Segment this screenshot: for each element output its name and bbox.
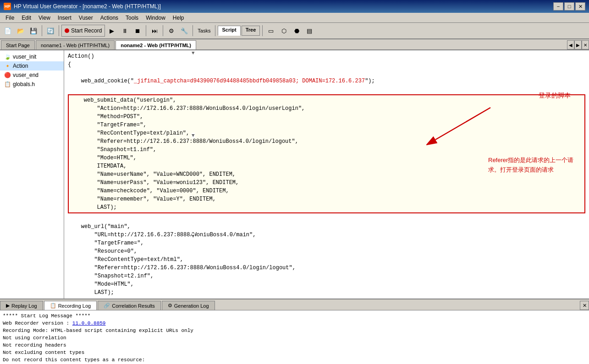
open-icon: 📂 (17, 27, 24, 34)
compile-icon: ⚙ (168, 27, 175, 34)
collapse-arrow-3[interactable]: ▼ (192, 234, 195, 239)
tab-prev-button[interactable]: ◀ (567, 40, 574, 49)
close-button[interactable]: ✕ (575, 2, 585, 11)
code-submit-3: "Method=POST", (71, 113, 583, 121)
sidebar-item-vuser-end[interactable]: 🔴 vuser_end (0, 71, 64, 80)
compile-button[interactable]: ⚙ (165, 25, 177, 37)
log-tab-generation[interactable]: ⚙ Generation Log (162, 301, 215, 310)
script-editor[interactable]: ▼ ▼ ▼ Action() { web_add_cookie("_jifina… (64, 50, 589, 299)
tab-nav: ◀ ▶ ✕ (567, 40, 589, 49)
layout-btn4[interactable]: ▤ (303, 25, 315, 37)
menu-insert[interactable]: Insert (54, 13, 75, 22)
menu-actions[interactable]: Actions (97, 13, 122, 22)
log-close-button[interactable]: ✕ (580, 301, 589, 310)
tab-noname1[interactable]: noname1 - Web (HTTP/HTML) (36, 40, 115, 49)
open-button[interactable]: 📂 (15, 25, 27, 37)
maximize-button[interactable]: □ (564, 2, 574, 11)
step-button[interactable]: ⏭ (149, 25, 160, 37)
sep7 (262, 25, 263, 36)
log-version-link[interactable]: 11.0.0.8859 (72, 321, 106, 326)
log-line-3: Recording Mode: HTML-based script contai… (3, 327, 586, 334)
code-submit-13: "Name=remember", "Value=Y", ENDITEM, (71, 195, 583, 203)
code-url-7: "Snapshot=t2.inf", (68, 272, 585, 280)
stop-button[interactable]: ⏹ (132, 25, 143, 37)
code-submit-6: "Referer=http://172.16.6.237:8888/WoniuB… (71, 137, 583, 146)
code-submit-12: "Name=checkcode", "Value=0000", ENDITEM, (71, 187, 583, 195)
app-icon: HP (4, 3, 11, 10)
log-tab-correlation-label: Correlation Results (112, 303, 155, 309)
code-url-3: "TargetFrame=", (68, 239, 585, 247)
sidebar-label-action: Action (13, 63, 28, 69)
annotation-arrow (426, 98, 500, 153)
menu-tools[interactable]: Tools (122, 13, 142, 22)
sep6 (215, 25, 215, 36)
new-button[interactable]: 📄 (2, 25, 14, 37)
step-icon: ⏭ (151, 27, 158, 34)
log-tab-bar: ▶ Replay Log 📋 Recording Log 🔗 Correlati… (0, 299, 589, 310)
play-button[interactable]: ▶ (106, 25, 118, 37)
log-tab-correlation[interactable]: 🔗 Correlation Results (98, 301, 161, 310)
start-record-label: Start Record (71, 27, 102, 34)
tab-noname2[interactable]: noname2 - Web (HTTP/HTML) (116, 40, 196, 49)
window-title: HP Virtual User Generator - [noname2 - W… (14, 3, 161, 10)
tasks-label: Tasks (198, 28, 210, 33)
log-tab-recording-icon: 📋 (50, 303, 56, 309)
log-tab-replay-icon: ▶ (6, 303, 10, 309)
code-line-5 (68, 85, 585, 93)
code-submit-7: "Snapshot=t1.inf", (71, 146, 583, 154)
save-button[interactable]: 💾 (28, 25, 39, 37)
sep4 (163, 25, 163, 36)
start-record-button[interactable]: Start Record (61, 25, 105, 37)
menu-help[interactable]: Help (169, 13, 188, 22)
play-icon: ▶ (108, 27, 116, 34)
menu-edit[interactable]: Edit (18, 13, 35, 22)
menu-view[interactable]: View (35, 13, 54, 22)
action-icon: 🔸 (4, 62, 11, 70)
sep1 (42, 25, 42, 36)
layout-icon2: ⬡ (280, 27, 287, 34)
editor-tab-bar: Start Page noname1 - Web (HTTP/HTML) non… (0, 39, 589, 50)
script-mode-button[interactable]: Script (218, 26, 240, 36)
tasks-button[interactable]: Tasks (195, 25, 213, 37)
sidebar-label-vuser-init: vuser_init (13, 54, 36, 60)
log-tab-correlation-icon: 🔗 (104, 303, 110, 309)
code-submit-4: "TargetFrame=", (71, 121, 583, 129)
menu-window[interactable]: Window (142, 13, 169, 22)
run-settings-icon: 🔧 (181, 27, 188, 34)
tree-mode-button[interactable]: Tree (242, 26, 260, 36)
log-line-2: Web Recorder version : 11.0.0.8859 (3, 320, 586, 327)
code-url-8: "Mode=HTML", (68, 280, 585, 288)
menu-vuser[interactable]: Vuser (75, 13, 97, 22)
run-settings-button[interactable]: 🔧 (178, 25, 190, 37)
log-tab-replay[interactable]: ▶ Replay Log (0, 301, 43, 310)
layout-btn3[interactable]: ⬣ (291, 25, 303, 37)
vuser-end-icon: 🔴 (4, 71, 11, 79)
layout-btn1[interactable]: ▭ (265, 25, 277, 37)
sidebar-item-vuser-init[interactable]: 🍃 vuser_init (0, 52, 64, 61)
code-url-1: web_url("main", (68, 223, 585, 231)
refresh-button[interactable]: 🔄 (44, 25, 56, 37)
layout-icon4: ▤ (306, 27, 313, 34)
log-tab-recording[interactable]: 📋 Recording Log (44, 301, 97, 310)
tab-next-button[interactable]: ▶ (574, 40, 582, 49)
new-icon: 📄 (4, 27, 11, 34)
sep2 (59, 25, 59, 36)
collapse-arrow-1[interactable]: ▼ (192, 50, 195, 56)
layout-btn2[interactable]: ⬡ (278, 25, 290, 37)
title-bar: HP HP Virtual User Generator - [noname2 … (0, 0, 589, 13)
sidebar: 🍃 vuser_init 🔸 Action 🔴 vuser_end 📋 glob… (0, 50, 64, 299)
log-tab-recording-label: Recording Log (58, 303, 91, 309)
code-block-submit: web_submit_data("userLogin", "Action=htt… (68, 94, 585, 213)
tab-close-button[interactable]: ✕ (582, 40, 589, 49)
log-tab-replay-label: Replay Log (11, 303, 37, 309)
sidebar-item-action[interactable]: 🔸 Action (0, 61, 64, 71)
collapse-arrow-2[interactable]: ▼ (192, 133, 195, 138)
minimize-button[interactable]: − (553, 2, 563, 11)
sidebar-item-globals[interactable]: 📋 globals.h (0, 80, 64, 89)
log-line-5: Not recording headers (3, 342, 586, 349)
tab-start-page[interactable]: Start Page (1, 40, 35, 49)
menu-file[interactable]: File (2, 13, 18, 22)
code-submit-14: LAST); (71, 203, 583, 212)
pause-button[interactable]: ⏸ (119, 25, 131, 37)
code-submit-1: web_submit_data("userLogin", (71, 96, 583, 104)
